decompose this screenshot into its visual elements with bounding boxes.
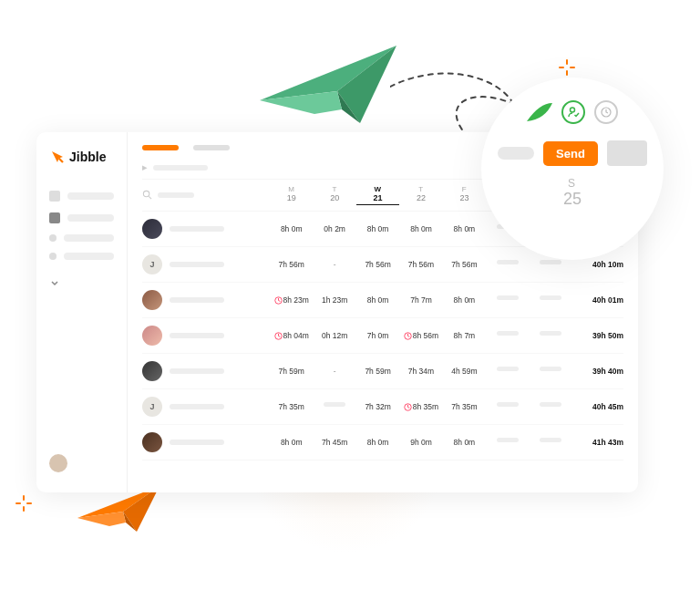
timesheet-row[interactable]: 8h 23m1h 23m8h 0m7h 7m8h 0m40h 01m (142, 283, 623, 318)
time-cell[interactable]: 8h 04m (270, 331, 313, 341)
time-cell[interactable] (530, 331, 572, 341)
calendar-day-column[interactable]: T20 (313, 185, 355, 205)
cell-skeleton (540, 331, 561, 336)
time-cell[interactable]: 7h 34m (399, 367, 442, 376)
sidebar-item[interactable] (49, 212, 114, 223)
sidebar-item[interactable] (49, 191, 114, 202)
tab-active[interactable] (142, 145, 179, 150)
time-cell[interactable]: 0h 2m (313, 224, 355, 233)
ghost-button[interactable] (607, 140, 647, 166)
time-cell[interactable]: 8h 0m (270, 438, 313, 447)
time-cell[interactable]: 7h 0m (356, 331, 399, 341)
calendar-nav-icon[interactable]: ▸ (142, 161, 148, 173)
time-cell[interactable]: 8h 0m (356, 438, 399, 447)
time-value: 8h 0m (454, 224, 476, 233)
send-button[interactable]: Send (543, 141, 598, 166)
time-cell[interactable]: 8h 0m (270, 224, 313, 233)
time-cell[interactable] (486, 295, 529, 305)
time-cell[interactable]: 7h 7m (399, 295, 442, 305)
time-cell[interactable] (530, 295, 572, 305)
time-cell[interactable]: 8h 0m (443, 438, 486, 447)
time-cell[interactable]: - (313, 367, 355, 376)
user-avatar[interactable] (142, 326, 162, 346)
timesheet-row[interactable]: J7h 35m7h 32m8h 35m7h 35m40h 45m (142, 389, 623, 425)
time-cell[interactable]: 4h 59m (443, 367, 486, 376)
timesheet-row[interactable]: 7h 59m-7h 59m7h 34m4h 59m39h 40m (142, 354, 623, 389)
time-cell[interactable] (486, 402, 529, 412)
time-cell[interactable] (530, 367, 572, 376)
cell-skeleton (497, 295, 519, 300)
time-cell[interactable]: 8h 56m (399, 331, 442, 341)
time-cell[interactable]: 8h 0m (399, 224, 442, 233)
time-cell[interactable] (530, 260, 572, 269)
time-cell[interactable]: 0h 12m (313, 331, 355, 341)
row-user-cell: J (142, 254, 270, 274)
nav-skeleton (64, 234, 114, 242)
calendar-day-column[interactable]: F23 (443, 185, 486, 205)
time-cell[interactable]: 8h 0m (356, 224, 399, 233)
time-cell[interactable]: 8h 0m (443, 295, 486, 305)
user-avatar[interactable]: J (142, 397, 162, 417)
user-avatar[interactable] (142, 219, 162, 239)
bubble-day-number: 25 (563, 190, 582, 209)
time-cell[interactable]: 7h 45m (313, 438, 355, 447)
row-total: 40h 45m (572, 402, 623, 411)
clock-icon[interactable] (594, 100, 618, 124)
time-cell[interactable]: 7h 56m (443, 260, 486, 269)
time-cell[interactable] (530, 402, 572, 412)
search-icon[interactable] (142, 190, 152, 202)
time-cell[interactable] (486, 331, 529, 341)
time-cell[interactable]: 8h 23m (270, 295, 313, 305)
time-cell[interactable]: 8h 7m (443, 331, 486, 341)
sidebar-item[interactable] (49, 253, 114, 260)
user-avatar[interactable] (142, 432, 162, 452)
overtime-flag-icon (274, 331, 283, 340)
time-cell[interactable]: 1h 23m (313, 295, 355, 305)
timesheet-row[interactable]: 8h 04m0h 12m7h 0m8h 56m8h 7m39h 50m (142, 318, 623, 354)
calendar-day-column[interactable]: T22 (399, 185, 442, 205)
user-check-icon[interactable] (561, 100, 585, 124)
tab[interactable] (193, 145, 230, 150)
time-value: 8h 04m (283, 331, 309, 340)
calendar-day-column[interactable]: W21 (356, 185, 399, 205)
row-cells: 8h 23m1h 23m8h 0m7h 7m8h 0m (270, 295, 572, 305)
time-cell[interactable] (486, 367, 529, 376)
row-user-cell (142, 326, 270, 346)
time-cell[interactable]: 7h 56m (270, 260, 313, 269)
nav-skeleton (64, 253, 114, 260)
time-cell[interactable]: 7h 32m (356, 402, 399, 412)
time-value: 7h 0m (367, 331, 389, 340)
time-cell[interactable]: 7h 35m (443, 402, 486, 412)
time-cell[interactable]: - (313, 260, 355, 269)
cell-skeleton (497, 438, 519, 442)
sidebar-item[interactable] (49, 234, 114, 242)
row-total: 40h 10m (572, 260, 623, 269)
user-avatar[interactable]: J (142, 254, 162, 274)
time-cell[interactable]: 8h 0m (356, 295, 399, 305)
time-cell[interactable]: 8h 35m (399, 402, 442, 412)
time-value: 7h 35m (451, 402, 477, 411)
cell-skeleton (497, 367, 519, 371)
time-cell[interactable]: 7h 56m (356, 260, 399, 269)
time-cell[interactable]: 7h 56m (399, 260, 442, 269)
user-avatar[interactable] (142, 361, 162, 381)
user-avatar[interactable] (142, 290, 162, 310)
row-cells: 8h 0m7h 45m8h 0m9h 0m8h 0m (270, 438, 572, 447)
time-cell[interactable]: 8h 0m (443, 224, 486, 233)
time-cell[interactable]: 7h 59m (356, 367, 399, 376)
calendar-day-column[interactable]: M19 (270, 185, 313, 205)
time-cell[interactable] (313, 402, 355, 412)
timesheet-row[interactable]: 8h 0m7h 45m8h 0m9h 0m8h 0m41h 43m (142, 425, 623, 461)
time-cell[interactable] (486, 260, 529, 269)
row-total: 41h 43m (572, 438, 623, 447)
nav-box-icon (49, 191, 60, 202)
time-cell[interactable]: 9h 0m (399, 438, 442, 447)
time-cell[interactable] (530, 438, 572, 447)
svg-point-22 (571, 108, 575, 112)
current-user-avatar[interactable] (49, 454, 67, 472)
time-cell[interactable]: 7h 59m (270, 367, 313, 376)
sidebar-collapse-chevron[interactable] (49, 278, 114, 292)
cell-skeleton (324, 402, 345, 407)
time-cell[interactable] (486, 438, 529, 447)
time-cell[interactable]: 7h 35m (270, 402, 313, 412)
